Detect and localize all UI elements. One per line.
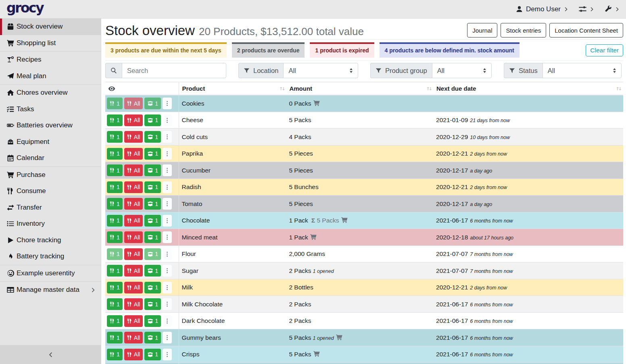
sidebar-item-calendar[interactable]: Calendar [0,150,101,166]
column-header-product[interactable]: Product↑↓ [179,82,286,95]
status-chip-due-soon[interactable]: 3 products are due within the next 5 day… [105,42,227,58]
location-filter-select[interactable]: All [283,63,358,78]
product-name[interactable]: Sugar [179,262,286,279]
status-chip-overdue[interactable]: 2 products are overdue [232,42,305,58]
product-group-filter-select[interactable]: All [432,63,492,78]
clear-filter-button[interactable]: Clear filter [586,44,623,56]
journal-button[interactable]: Journal [467,23,497,37]
consume-one-button[interactable]: 1 [107,98,123,109]
consume-all-button[interactable]: All [124,181,143,193]
row-menu-button[interactable] [163,98,172,109]
sidebar-item-consume[interactable]: Consume [0,183,101,200]
user-menu[interactable]: Demo User [516,5,569,13]
product-name[interactable]: Gummy bears [179,329,286,346]
open-one-button[interactable]: 1 [144,164,161,176]
sort-icon[interactable]: ↑↓ [616,86,621,91]
product-name[interactable]: Tomato [179,196,286,212]
consume-all-button[interactable]: All [124,298,143,310]
location-content-sheet-button[interactable]: Location Content Sheet [549,23,623,37]
status-filter-select[interactable]: All [543,63,622,78]
product-name[interactable]: Cookies [179,95,286,112]
consume-all-button[interactable]: All [124,98,143,109]
consume-one-button[interactable]: 1 [107,164,123,176]
product-name[interactable]: Cold cuts [179,129,286,146]
product-name[interactable]: Cheese [179,112,286,129]
consume-one-button[interactable]: 1 [107,114,123,126]
consume-one-button[interactable]: 1 [107,181,123,193]
open-one-button[interactable]: 1 [144,148,161,160]
product-name[interactable]: Minced meat [179,229,286,246]
status-chip-below-min[interactable]: 4 products are below defined min. stock … [380,42,520,58]
sort-icon[interactable]: ↑↓ [426,86,431,91]
row-menu-button[interactable] [163,349,172,360]
search-input[interactable] [122,63,226,78]
consume-all-button[interactable]: All [124,215,143,227]
column-header-next-due-date[interactable]: Next due date↑↓ [434,82,623,95]
sidebar-item-battery-tracking[interactable]: Battery tracking [0,248,101,265]
product-name[interactable]: Paprika [179,145,286,162]
sidebar-item-chore-tracking[interactable]: Chore tracking [0,232,101,249]
sidebar-item-manage-master-data[interactable]: Manage master data [0,282,101,298]
open-one-button[interactable]: 1 [144,315,161,327]
product-name[interactable]: Chocolate [179,212,286,229]
sidebar-item-recipes[interactable]: Recipes [0,52,101,68]
sidebar-item-batteries-overview[interactable]: Batteries overview [0,117,101,134]
consume-one-button[interactable]: 1 [107,315,123,327]
consume-one-button[interactable]: 1 [107,332,123,343]
consume-one-button[interactable]: 1 [107,248,123,260]
sidebar-item-shopping-list[interactable]: Shopping list [0,35,101,52]
row-menu-button[interactable] [163,131,172,143]
product-name[interactable]: Milk [179,279,286,296]
consume-one-button[interactable]: 1 [107,215,123,227]
row-menu-button[interactable] [163,265,172,277]
consume-one-button[interactable]: 1 [107,131,123,143]
consume-all-button[interactable]: All [124,164,143,176]
row-menu-button[interactable] [163,148,172,160]
open-one-button[interactable]: 1 [144,114,161,126]
open-one-button[interactable]: 1 [144,349,161,360]
settings-menu[interactable] [579,5,595,13]
open-one-button[interactable]: 1 [144,131,161,143]
sort-icon[interactable]: ↑↓ [279,86,284,91]
consume-all-button[interactable]: All [124,265,143,277]
sidebar-item-chores-overview[interactable]: Chores overview [0,85,101,101]
consume-all-button[interactable]: All [124,282,143,293]
open-one-button[interactable]: 1 [144,181,161,193]
product-name[interactable]: Flour [179,245,286,262]
admin-menu[interactable] [605,6,620,13]
row-menu-button[interactable] [163,248,172,260]
consume-all-button[interactable]: All [124,231,143,243]
sidebar-item-tasks[interactable]: Tasks [0,101,101,118]
product-name[interactable]: Cucumber [179,162,286,179]
consume-one-button[interactable]: 1 [107,265,123,277]
column-visibility-header[interactable] [105,82,179,95]
consume-all-button[interactable]: All [124,148,143,160]
sidebar-item-stock-overview[interactable]: Stock overview [0,19,101,35]
sidebar-item-example-userentity[interactable]: Example userentity [0,265,101,282]
row-menu-button[interactable] [163,231,172,243]
consume-all-button[interactable]: All [124,198,143,210]
product-name[interactable]: Radish [179,179,286,196]
row-menu-button[interactable] [163,114,172,126]
row-menu-button[interactable] [163,164,172,176]
consume-all-button[interactable]: All [124,349,143,360]
sidebar-item-transfer[interactable]: Transfer [0,200,101,216]
row-menu-button[interactable] [163,181,172,193]
sidebar-item-equipment[interactable]: Equipment [0,134,101,150]
open-one-button[interactable]: 1 [144,282,161,293]
status-chip-expired[interactable]: 1 product is expired [310,42,374,58]
consume-all-button[interactable]: All [124,114,143,126]
consume-all-button[interactable]: All [124,248,143,260]
row-menu-button[interactable] [163,215,172,227]
consume-one-button[interactable]: 1 [107,148,123,160]
column-header-amount[interactable]: Amount↑↓ [286,82,434,95]
open-one-button[interactable]: 1 [144,98,161,109]
open-one-button[interactable]: 1 [144,198,161,210]
open-one-button[interactable]: 1 [144,248,161,260]
stock-entries-button[interactable]: Stock entries [501,23,546,37]
open-one-button[interactable]: 1 [144,215,161,227]
consume-one-button[interactable]: 1 [107,349,123,360]
consume-all-button[interactable]: All [124,315,143,327]
consume-all-button[interactable]: All [124,332,143,343]
row-menu-button[interactable] [163,282,172,293]
